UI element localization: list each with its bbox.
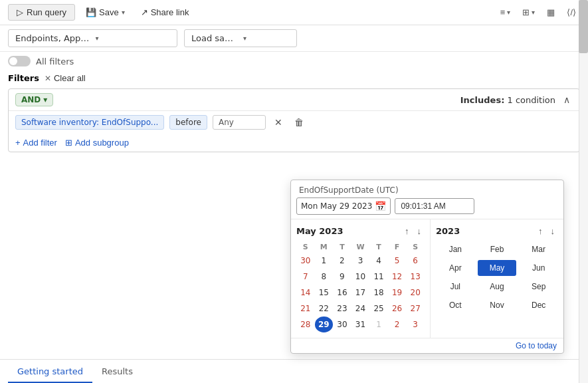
list-view-button[interactable]: ≡ ▾ [496, 5, 515, 19]
all-filters-toggle[interactable] [8, 56, 31, 66]
cal-day-cell[interactable]: 22 [315, 301, 334, 317]
cal-nav-group: ↑ ↓ [401, 225, 425, 237]
datetime-popup: EndOfSupportDate (UTC) Mon May 29 2023 📅… [290, 180, 564, 354]
cal-day-cell[interactable]: 26 [388, 301, 407, 317]
includes-text: Includes: 1 condition [460, 95, 555, 105]
filter-delete-button[interactable]: 🗑 [291, 116, 307, 129]
cal-day-cell[interactable]: 14 [296, 285, 315, 301]
cal-day-cell[interactable]: 7 [296, 269, 315, 285]
save-icon: 💾 [86, 7, 96, 17]
cal-day-cell[interactable]: 15 [315, 285, 334, 301]
year-month-btn[interactable]: Sep [519, 279, 558, 295]
cal-day-cell[interactable]: 6 [406, 253, 425, 269]
year-month-btn[interactable]: Aug [478, 279, 517, 295]
sample-queries-dropdown[interactable]: Load sample queries ▾ [184, 29, 297, 47]
table-view-button[interactable]: ▦ [543, 5, 559, 19]
cal-next-month-button[interactable]: ↓ [414, 225, 425, 237]
calendar-icon: 📅 [375, 201, 386, 211]
cal-day-cell[interactable]: 28 [296, 317, 315, 332]
filter-operator[interactable]: before [169, 115, 207, 130]
year-months-grid: JanFebMarAprMayJunJulAugSepOctNovDec [436, 241, 558, 313]
sample-queries-label: Load sample queries [191, 33, 238, 43]
cal-day-cell[interactable]: 2 [388, 317, 407, 332]
cal-day-cell[interactable]: 10 [351, 269, 370, 285]
run-query-button[interactable]: ▷ Run query [8, 4, 75, 21]
code-view-button[interactable]: ⟨/⟩ [563, 5, 580, 19]
collapse-button[interactable]: ∧ [561, 93, 573, 106]
toolbar-icons: ≡ ▾ ⊞ ▾ ▦ ⟨/⟩ [496, 5, 580, 19]
cal-day-cell[interactable]: 24 [351, 301, 370, 317]
year-month-btn[interactable]: Mar [519, 241, 558, 257]
add-subgroup-label: Add subgroup [75, 138, 129, 148]
cal-day-cell[interactable]: 30 [296, 253, 315, 269]
cal-next-year-button[interactable]: ↓ [547, 225, 559, 237]
add-subgroup-button[interactable]: ⊞ Add subgroup [65, 138, 129, 148]
cal-day-cell[interactable]: 9 [333, 269, 351, 285]
grid-view-button[interactable]: ⊞ ▾ [518, 5, 539, 19]
cal-day-cell[interactable]: 16 [333, 285, 351, 301]
calendars-row: May 2023 ↑ ↓ SMTWTFS 3012345678910111213… [291, 219, 563, 338]
cal-day-cell[interactable]: 11 [369, 269, 388, 285]
cal-day-cell[interactable]: 12 [388, 269, 407, 285]
cal-prev-year-button[interactable]: ↑ [535, 225, 546, 237]
scrollbar-thumb [579, 0, 588, 53]
date-input[interactable]: Mon May 29 2023 📅 [296, 197, 391, 215]
year-month-btn[interactable]: Apr [436, 260, 475, 276]
cal-day-cell[interactable]: 4 [369, 253, 388, 269]
filter-tag[interactable]: Software inventory: EndOfSuppo... [15, 115, 164, 130]
year-month-btn[interactable]: Jun [519, 260, 558, 276]
tab-item-results[interactable]: Results [92, 360, 142, 383]
cal-day-cell[interactable]: 21 [296, 301, 315, 317]
save-button[interactable]: 💾 Save ▾ [80, 5, 130, 20]
cal-day-cell[interactable]: 3 [406, 317, 425, 332]
filter-clear-button[interactable]: ✕ [271, 116, 286, 129]
cal-day-cell[interactable]: 29 [315, 317, 334, 332]
year-month-btn[interactable]: Jan [436, 241, 475, 257]
cal-day-cell[interactable]: 17 [351, 285, 370, 301]
share-icon: ↗ [141, 7, 148, 17]
year-month-btn[interactable]: May [478, 260, 517, 276]
and-badge[interactable]: AND ▾ [15, 93, 53, 106]
cal-day-cell[interactable]: 1 [315, 253, 334, 269]
cal-day-cell[interactable]: 5 [388, 253, 407, 269]
cal-day-cell[interactable]: 8 [315, 269, 334, 285]
scrollbar[interactable] [579, 0, 588, 383]
cal-day-cell[interactable]: 1 [369, 317, 388, 332]
tab-item-getting-started[interactable]: Getting started [8, 360, 92, 383]
cal-day-cell[interactable]: 31 [351, 317, 370, 332]
cal-day-cell[interactable]: 13 [406, 269, 425, 285]
cal-day-cell[interactable]: 30 [333, 317, 351, 332]
year-month-btn[interactable]: Feb [478, 241, 517, 257]
filter-value[interactable]: Any [213, 115, 266, 130]
cal-day-cell[interactable]: 23 [333, 301, 351, 317]
time-input[interactable] [395, 198, 474, 214]
add-filter-button[interactable]: + Add filter [15, 138, 57, 148]
dropdowns-row: Endpoints, Apps and identities - Activit… [0, 25, 588, 52]
year-nav-group: ↑ ↓ [535, 225, 558, 237]
year-month-btn[interactable]: Jul [436, 279, 475, 295]
cal-day-cell[interactable]: 19 [388, 285, 407, 301]
cal-day-cell[interactable]: 18 [369, 285, 388, 301]
day-header: M [315, 241, 334, 253]
list-icon: ≡ [500, 7, 506, 17]
collapse-icon: ∧ [563, 94, 570, 105]
cal-day-cell[interactable]: 3 [351, 253, 370, 269]
year-month-btn[interactable]: Dec [519, 297, 558, 313]
cal-day-cell[interactable]: 25 [369, 301, 388, 317]
grid-icon: ⊞ [522, 7, 530, 17]
year-month-btn[interactable]: Nov [478, 297, 517, 313]
cal-prev-month-button[interactable]: ↑ [401, 225, 413, 237]
cal-day-cell[interactable]: 20 [406, 285, 425, 301]
query-selector-dropdown[interactable]: Endpoints, Apps and identities - Activit… [8, 29, 177, 47]
clear-all-button[interactable]: ✕ Clear all [45, 73, 86, 83]
table-icon: ▦ [547, 7, 555, 17]
share-link-button[interactable]: ↗ Share link [136, 5, 195, 20]
cal-day-cell[interactable]: 2 [333, 253, 351, 269]
save-chevron-icon: ▾ [122, 9, 125, 16]
filter-card-header: AND ▾ Includes: 1 condition ∧ [9, 89, 579, 111]
filter-row: Software inventory: EndOfSuppo... before… [9, 111, 579, 134]
cal-day-cell[interactable]: 27 [406, 301, 425, 317]
add-subgroup-icon: ⊞ [65, 138, 72, 148]
year-month-btn[interactable]: Oct [436, 297, 475, 313]
go-today-button[interactable]: Go to today [516, 341, 557, 350]
